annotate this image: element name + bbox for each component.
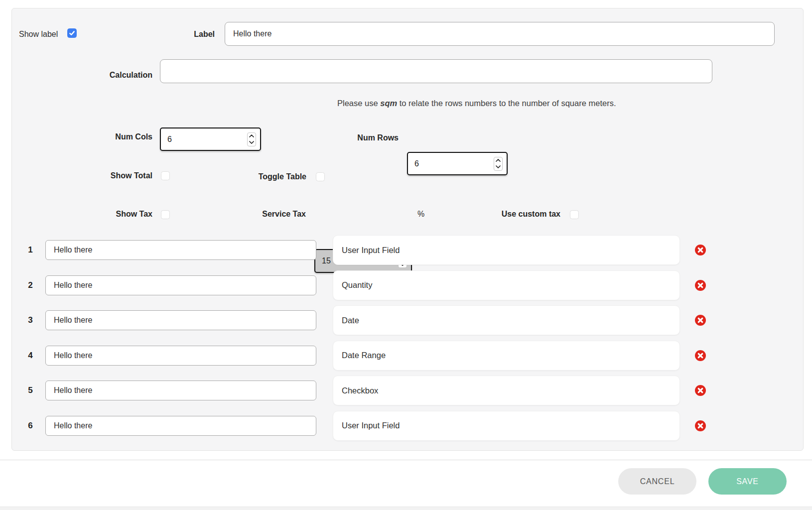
table-row: 3 Date (12, 303, 803, 338)
table-row: 5 Checkbox (12, 373, 803, 408)
x-circle-icon[interactable] (695, 245, 706, 255)
row-type-value: User Input Field (342, 421, 400, 430)
row-label-input[interactable] (45, 310, 316, 330)
row-type-select[interactable]: User Input Field (333, 235, 680, 265)
num-rows-input[interactable] (408, 153, 507, 174)
table-row: 2 Quantity (12, 268, 803, 303)
widget-config-panel: Show label Label Calculation Please use … (11, 8, 804, 451)
show-tax-checkbox[interactable] (161, 210, 170, 219)
use-custom-tax-checkbox[interactable] (570, 210, 579, 219)
x-circle-icon[interactable] (695, 280, 706, 291)
row-number: 1 (25, 245, 36, 255)
check-icon (69, 30, 75, 36)
chevron-down-icon[interactable] (248, 140, 256, 145)
table-row: 4 Date Range (12, 338, 803, 374)
page-bottom-edge (0, 507, 812, 510)
save-button[interactable]: SAVE (708, 468, 787, 495)
table-row: 1 User Input Field (12, 233, 803, 268)
show-total-checkbox[interactable] (161, 171, 170, 180)
calculation-label: Calculation (88, 70, 152, 80)
row-type-value: User Input Field (342, 246, 400, 255)
show-label-checkbox[interactable] (67, 28, 77, 38)
x-circle-icon[interactable] (695, 315, 706, 326)
num-rows-stepper (494, 157, 503, 171)
use-custom-tax-label: Use custom tax (486, 209, 560, 219)
row-type-select[interactable]: Checkbox (333, 376, 680, 405)
row-type-value: Quantity (342, 280, 372, 290)
show-total-label: Show Total (78, 171, 152, 181)
show-tax-label: Show Tax (78, 209, 152, 219)
row-number: 3 (25, 315, 36, 325)
row-label-input[interactable] (45, 275, 316, 295)
num-cols-label: Num Cols (88, 132, 152, 142)
chevron-up-icon[interactable] (248, 133, 256, 139)
table-row: 6 User Input Field (12, 408, 803, 444)
calculation-input[interactable] (160, 59, 712, 83)
row-type-value: Date Range (342, 351, 386, 360)
x-circle-icon[interactable] (695, 350, 706, 361)
row-number: 4 (25, 351, 36, 361)
row-label-input[interactable] (45, 416, 316, 436)
num-rows-field (407, 152, 508, 175)
service-tax-label: Service Tax (231, 209, 306, 219)
calculation-helper-text: Please use sqm to relate the rows number… (337, 99, 616, 108)
num-cols-input[interactable] (161, 128, 260, 150)
x-circle-icon[interactable] (695, 385, 706, 396)
row-label-input[interactable] (45, 381, 316, 400)
row-type-select[interactable]: Date Range (333, 341, 680, 371)
service-tax-unit: % (417, 209, 424, 219)
num-cols-field (160, 128, 261, 151)
row-label-input[interactable] (45, 346, 316, 366)
row-label-input[interactable] (45, 240, 316, 260)
x-circle-icon[interactable] (695, 420, 706, 431)
chevron-up-icon[interactable] (494, 158, 502, 163)
row-type-select[interactable]: Quantity (333, 270, 680, 300)
footer-divider (0, 460, 812, 460)
toggle-table-label: Toggle Table (232, 172, 306, 182)
row-type-select[interactable]: User Input Field (333, 411, 680, 441)
toggle-table-checkbox[interactable] (316, 172, 325, 181)
row-type-value: Date (342, 316, 359, 325)
column-rows-list: 1 User Input Field 2 Quantity 3 Date (12, 233, 803, 443)
label-field-label: Label (165, 29, 215, 39)
row-number: 5 (25, 385, 36, 395)
cancel-button[interactable]: CANCEL (618, 468, 696, 495)
row-number: 6 (25, 421, 36, 431)
row-type-select[interactable]: Date (333, 305, 680, 335)
row-type-value: Checkbox (342, 386, 378, 395)
num-rows-label: Num Rows (334, 133, 399, 143)
num-cols-stepper (247, 132, 256, 146)
label-input[interactable] (225, 22, 775, 46)
show-label-label: Show label (19, 29, 58, 39)
chevron-down-icon[interactable] (494, 164, 502, 170)
row-number: 2 (25, 280, 36, 290)
